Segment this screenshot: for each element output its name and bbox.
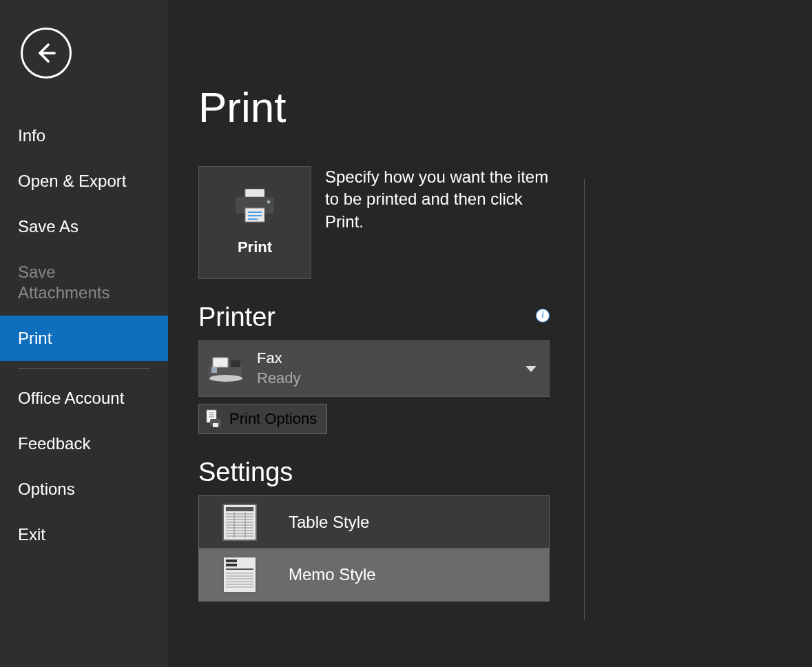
print-options-label: Print Options <box>229 410 317 428</box>
svg-point-11 <box>209 375 242 382</box>
style-item-label: Memo Style <box>289 565 376 584</box>
sidebar-item-exit[interactable]: Exit <box>0 512 168 557</box>
svg-point-3 <box>267 201 271 204</box>
svg-rect-20 <box>226 507 253 511</box>
printer-icon <box>233 189 277 223</box>
info-icon: i <box>537 309 549 322</box>
svg-rect-34 <box>226 564 237 566</box>
print-button-label: Print <box>238 238 272 256</box>
printer-info-button[interactable]: i <box>536 309 550 322</box>
sidebar-item-options[interactable]: Options <box>0 466 168 512</box>
chevron-down-icon <box>525 366 537 372</box>
preview-divider <box>584 179 585 620</box>
svg-rect-18 <box>213 423 218 427</box>
fax-icon <box>207 355 244 382</box>
printer-section-title: Printer <box>198 302 275 332</box>
sidebar-item-save-attachments: Save Attachments <box>0 249 168 316</box>
style-item-memo[interactable]: Memo Style <box>199 548 549 601</box>
table-style-icon <box>222 503 258 542</box>
svg-rect-1 <box>245 189 264 197</box>
svg-rect-33 <box>226 560 237 562</box>
sidebar-item-open-export[interactable]: Open & Export <box>0 158 168 204</box>
sidebar-item-print[interactable]: Print <box>0 316 168 361</box>
style-item-table[interactable]: Table Style <box>199 496 549 548</box>
sidebar-item-feedback[interactable]: Feedback <box>0 421 168 466</box>
back-button[interactable] <box>21 28 72 79</box>
backstage-sidebar: Info Open & Export Save As Save Attachme… <box>0 0 168 667</box>
settings-section-title: Settings <box>198 458 584 487</box>
sidebar-item-save-as[interactable]: Save As <box>0 204 168 249</box>
svg-rect-10 <box>231 360 240 367</box>
print-description: Specify how you want the item to be prin… <box>325 166 559 279</box>
printer-dropdown[interactable]: Fax Ready <box>198 340 550 397</box>
print-backstage-panel: Print Print Specify how you want the ite… <box>168 0 812 667</box>
print-button[interactable]: Print <box>198 166 311 279</box>
svg-rect-12 <box>211 367 217 373</box>
sidebar-item-info[interactable]: Info <box>0 113 168 158</box>
sidebar-divider <box>18 368 150 369</box>
print-options-button[interactable]: Print Options <box>198 404 327 434</box>
page-title: Print <box>198 83 584 132</box>
print-options-icon <box>205 409 222 429</box>
svg-rect-9 <box>213 358 228 367</box>
memo-style-icon <box>222 555 258 594</box>
arrow-left-icon <box>34 41 59 65</box>
style-item-label: Table Style <box>289 513 369 532</box>
print-action-row: Print Specify how you want the item to b… <box>198 166 584 279</box>
selected-printer-name: Fax <box>257 349 516 369</box>
selected-printer-status: Ready <box>257 369 516 389</box>
print-style-list: Table Style <box>198 495 550 602</box>
sidebar-item-office-account[interactable]: Office Account <box>0 376 168 421</box>
